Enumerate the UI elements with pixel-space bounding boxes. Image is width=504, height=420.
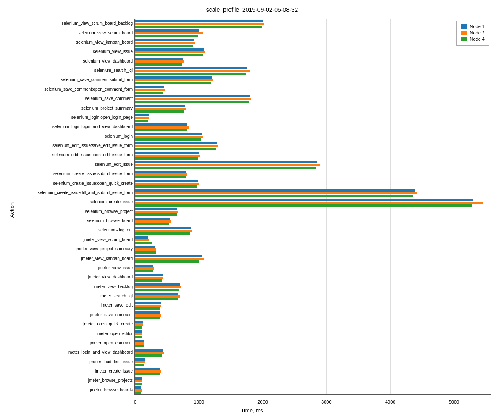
- action-label: selenium_create_issue: [5, 200, 133, 204]
- legend-color-box: [461, 31, 467, 35]
- bar-node1: [135, 311, 160, 314]
- bar-node1: [135, 208, 177, 210]
- bar-node2: [135, 108, 186, 110]
- legend-item: Node 2: [461, 30, 485, 35]
- bar-node1: [135, 152, 199, 154]
- x-tick-label: 1000: [194, 399, 204, 404]
- action-label: jmeter_open_quick_create: [5, 322, 133, 326]
- bar-node1: [135, 29, 199, 32]
- legend-color-box: [461, 24, 467, 29]
- bar-node1: [135, 58, 183, 60]
- bar-node4: [135, 213, 177, 216]
- bar-node1: [135, 171, 186, 173]
- chart-title: scale_profile_2019-09-02-06-08-32: [0, 6, 504, 13]
- action-label: selenium_login: [5, 134, 133, 139]
- bar-node4: [135, 373, 160, 376]
- action-label: selenium_edit_issue:open_edit_issue_form: [5, 152, 133, 157]
- action-label: jmeter_view_dashboard: [5, 275, 133, 279]
- bar-node4: [135, 185, 197, 188]
- bar-node1: [135, 246, 155, 248]
- action-label: selenium_save_comment:open_comment_form: [5, 87, 133, 92]
- bar-node2: [135, 183, 199, 185]
- bar-node4: [135, 82, 211, 84]
- bar-node1: [135, 274, 163, 276]
- bar-node1: [135, 368, 160, 370]
- bar-node4: [135, 242, 152, 244]
- bar-node1: [135, 123, 187, 126]
- bar-node1: [135, 340, 144, 342]
- bar-node1: [135, 95, 250, 98]
- bar-node4: [135, 110, 184, 113]
- bar-node2: [135, 23, 264, 25]
- chart-container: scale_profile_2019-09-02-06-08-32 Action…: [0, 0, 504, 420]
- bar-node4: [135, 167, 316, 169]
- bar-node2: [135, 117, 149, 119]
- bar-node1: [135, 114, 149, 117]
- x-tick-label: 0: [134, 399, 136, 404]
- legend: Node 1Node 2Node 4: [456, 21, 489, 46]
- action-label: selenium_create_issue:submit_issue_form: [5, 171, 133, 176]
- x-tick-label: 5000: [449, 399, 459, 404]
- action-label: selenium_login:login_and_view_dashboard: [5, 124, 133, 129]
- bar-node4: [135, 270, 153, 273]
- bar-node2: [135, 220, 171, 223]
- bar-node4: [135, 101, 249, 103]
- action-label: jmeter_browse_boards: [5, 388, 133, 392]
- bar-node2: [135, 277, 163, 279]
- bar-node2: [135, 295, 180, 298]
- action-label: selenium_create_issue:fill_and_submit_is…: [5, 190, 133, 195]
- bar-node2: [135, 248, 156, 251]
- bar-node1: [135, 142, 217, 145]
- bar-node1: [135, 39, 194, 42]
- legend-label: Node 2: [470, 30, 485, 35]
- action-label: selenium_edit_issue:save_edit_issue_form: [5, 143, 133, 148]
- action-label: jmeter_open_comment: [5, 341, 133, 345]
- bar-node4: [135, 364, 144, 366]
- bar-node2: [135, 370, 161, 373]
- action-label: jmeter_view_project_summary: [5, 247, 133, 251]
- bar-node2: [135, 98, 251, 100]
- bar-node1: [135, 20, 263, 23]
- bar-node1: [135, 105, 185, 107]
- bar-node4: [135, 336, 142, 338]
- bar-node2: [135, 286, 181, 289]
- bar-node2: [135, 42, 195, 44]
- bar-node2: [135, 230, 192, 232]
- legend-label: Node 1: [470, 24, 485, 29]
- bar-node2: [135, 155, 200, 157]
- bar-node2: [135, 136, 203, 138]
- action-label: selenium_view_kanban_board: [5, 40, 133, 45]
- bar-node1: [135, 133, 202, 135]
- bar-node1: [135, 218, 170, 220]
- bar-node2: [135, 342, 144, 345]
- action-label: selenium_create_issue:open_quick_create: [5, 181, 133, 186]
- bar-node2: [135, 126, 189, 129]
- bar-node4: [135, 223, 169, 226]
- bar-node2: [135, 32, 203, 35]
- bar-node4: [135, 383, 142, 385]
- bar-node2: [135, 380, 142, 383]
- bar-node4: [135, 289, 179, 291]
- y-axis-labels: selenium_view_scrum_board_backlogseleniu…: [5, 19, 135, 394]
- action-label: jmeter_save_comment: [5, 312, 133, 317]
- bar-node2: [135, 314, 161, 317]
- legend-label: Node 4: [470, 37, 485, 42]
- action-label: selenium_view_issue: [5, 49, 133, 54]
- action-label: jmeter_browse_projects: [5, 378, 133, 383]
- legend-color-box: [461, 37, 467, 41]
- bar-node1: [135, 330, 142, 333]
- bar-node2: [135, 305, 161, 307]
- bar-node1: [135, 199, 473, 201]
- bar-node4: [135, 251, 156, 254]
- legend-item: Node 1: [461, 24, 485, 29]
- bar-node1: [135, 358, 145, 361]
- bar-node1: [135, 283, 180, 286]
- bar-node2: [135, 323, 143, 326]
- bar-node4: [135, 204, 472, 207]
- bar-node4: [135, 345, 144, 348]
- bar-node2: [135, 258, 204, 260]
- x-tick-label: 3000: [321, 399, 331, 404]
- bar-node4: [135, 63, 182, 66]
- bar-node1: [135, 236, 148, 239]
- bar-node4: [135, 260, 199, 263]
